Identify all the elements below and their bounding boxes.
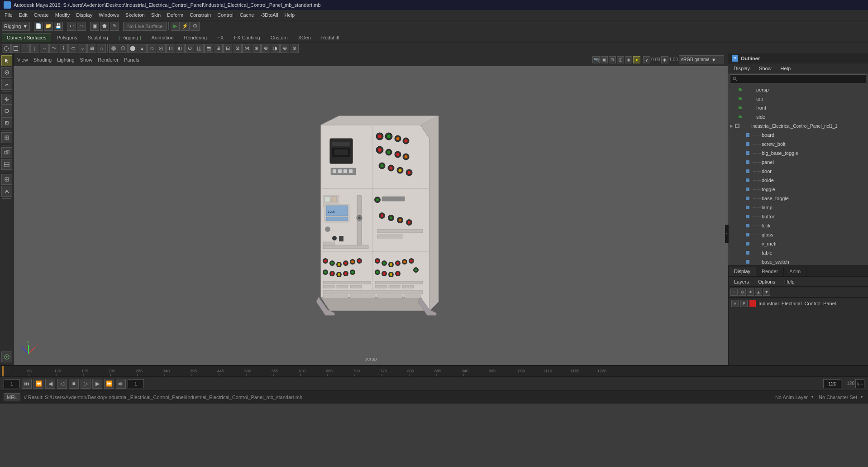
viewport-menu-lighting[interactable]: Lighting xyxy=(57,57,75,63)
new-scene-btn[interactable]: 📄 xyxy=(34,22,43,31)
render-btn[interactable]: ▶ xyxy=(171,22,180,31)
right-panel-collapse[interactable]: ‹ xyxy=(725,225,729,243)
select-mode-btn[interactable] xyxy=(1,55,12,66)
layer-item-main[interactable]: V P Industrial_Electrical_Control_Panel xyxy=(730,298,868,308)
options-menu[interactable]: Options xyxy=(755,278,778,285)
end-frame-input[interactable] xyxy=(823,379,841,388)
layer-color-swatch[interactable] xyxy=(749,300,756,307)
tree-item-lamp[interactable]: lamp xyxy=(728,203,868,212)
outliner-show-menu[interactable]: Show xyxy=(756,65,774,72)
current-frame-input[interactable] xyxy=(128,379,144,388)
surf-tool5-btn[interactable]: ⬒ xyxy=(204,44,213,53)
language-selector[interactable]: MEL xyxy=(4,393,20,401)
menu-edit[interactable]: Edit xyxy=(16,11,30,19)
surf-tool10-btn[interactable]: ⊕ xyxy=(252,44,261,53)
menu-cache[interactable]: Cache xyxy=(237,11,257,19)
tab-redshift[interactable]: Redshift xyxy=(316,33,344,42)
curve-square-btn[interactable] xyxy=(11,44,20,53)
layer-new-btn[interactable]: + xyxy=(730,289,738,296)
vp-sel-btn[interactable]: ▣ xyxy=(601,56,608,63)
tree-item-persp[interactable]: persp xyxy=(728,85,868,94)
lasso-btn[interactable]: ⬟ xyxy=(100,22,109,31)
tree-item-top[interactable]: top xyxy=(728,94,868,103)
menu-skeleton[interactable]: Skeleton xyxy=(123,11,148,19)
curve-tool8-btn[interactable]: ⋒ xyxy=(87,44,96,53)
layer-pickable-toggle[interactable]: P xyxy=(740,300,748,307)
layer-help-menu[interactable]: Help xyxy=(782,278,797,285)
vp-shaded-tex-btn[interactable]: ● xyxy=(633,56,640,63)
surf-tool4-btn[interactable]: ◫ xyxy=(195,44,204,53)
scale-tool-btn[interactable] xyxy=(1,117,12,128)
curve-tool2-btn[interactable]: ∫ xyxy=(30,44,39,53)
tab-rigging[interactable]: [ Rigging ] xyxy=(114,33,146,42)
tree-item-lock[interactable]: lock xyxy=(728,221,868,230)
play-back-btn[interactable]: ◁ xyxy=(57,379,67,389)
outliner-display-menu[interactable]: Display xyxy=(731,65,753,72)
layer-up-btn[interactable]: ▲ xyxy=(755,289,762,296)
surf-cube-btn[interactable]: ⬡ xyxy=(119,44,128,53)
view-cube-2[interactable] xyxy=(1,159,12,170)
surf-tool7-btn[interactable]: ⊟ xyxy=(223,44,232,53)
tree-item-panel[interactable]: panel xyxy=(728,158,868,167)
viewport-menu-panels[interactable]: Panels xyxy=(124,57,139,63)
tree-item-table[interactable]: table xyxy=(728,248,868,257)
stop-btn[interactable]: ■ xyxy=(69,379,79,389)
layer-show-btn[interactable]: 👁 xyxy=(747,289,754,296)
curve-circle-btn[interactable] xyxy=(2,44,11,53)
undo-btn[interactable]: ↩ xyxy=(67,22,76,31)
view-cube-1[interactable] xyxy=(1,147,12,158)
curve-tool5-btn[interactable]: ⌇ xyxy=(59,44,68,53)
surf-tool11-btn[interactable]: ⊗ xyxy=(261,44,270,53)
paint-sel-btn[interactable]: ✎ xyxy=(110,22,119,31)
go-to-start-btn[interactable]: ⏮ xyxy=(22,379,32,389)
sculpt-tool-btn[interactable] xyxy=(1,79,12,90)
prev-key-btn[interactable]: ⏪ xyxy=(33,379,43,389)
surf-plane-btn[interactable]: ◇ xyxy=(147,44,156,53)
tab-curves-surfaces[interactable]: Curves / Surfaces xyxy=(2,33,51,42)
start-frame-input[interactable]: 1 xyxy=(4,379,20,388)
surf-tool1-btn[interactable]: ⊓ xyxy=(166,44,175,53)
layer-visibility-toggle[interactable]: V xyxy=(731,300,739,307)
viewport-canvas[interactable]: X Z Y xyxy=(14,66,728,365)
curve-tool3-btn[interactable]: ⌣ xyxy=(40,44,49,53)
tree-item-glass[interactable]: glass xyxy=(728,230,868,239)
viewport-menu-view[interactable]: View xyxy=(17,57,28,63)
tab-xgen[interactable]: XGen xyxy=(293,33,316,42)
rotate-tool-btn[interactable] xyxy=(1,106,12,116)
channel-tab-display[interactable]: Display xyxy=(729,267,756,276)
menu-help[interactable]: Help xyxy=(282,11,298,19)
tree-item-side[interactable]: side xyxy=(728,112,868,121)
tree-item-base-toggle[interactable]: base_toggle xyxy=(728,194,868,203)
menu-create[interactable]: Create xyxy=(31,11,52,19)
tree-item-board[interactable]: board xyxy=(728,130,868,140)
redo-btn[interactable]: ↪ xyxy=(77,22,86,31)
tree-item-big-base-toggle[interactable]: big_base_toggle xyxy=(728,149,868,158)
tree-item-button[interactable]: button xyxy=(728,212,868,221)
expand-icon-root[interactable]: ▶ xyxy=(730,124,733,128)
outliner-help-menu[interactable]: Help xyxy=(778,65,794,72)
curve-tool7-btn[interactable]: ⌵ xyxy=(78,44,87,53)
tree-item-base-switch[interactable]: base_switch xyxy=(728,257,868,265)
viewport[interactable]: View Shading Lighting Show Renderer Pane… xyxy=(14,53,728,365)
tree-item-root-group[interactable]: ▶ Industrial_Electrical_Control_Panel_nc… xyxy=(728,121,868,130)
viewport-menu-renderer[interactable]: Renderer xyxy=(98,57,119,63)
surf-tool6-btn[interactable]: ⊞ xyxy=(214,44,223,53)
curve-tool4-btn[interactable]: 〜 xyxy=(49,44,58,53)
tree-item-screw-bolt[interactable]: screw_bolt xyxy=(728,140,868,149)
char-set-dropdown[interactable]: ▼ xyxy=(859,395,864,400)
tab-fx[interactable]: FX xyxy=(212,33,229,42)
surf-cone-btn[interactable]: ▲ xyxy=(138,44,147,53)
curve-tool9-btn[interactable]: ⌂ xyxy=(97,44,106,53)
surf-tool13-btn[interactable]: ⊚ xyxy=(280,44,289,53)
color-space-dropdown[interactable]: sRGB gamma ▼ xyxy=(679,55,724,64)
go-to-end-btn[interactable]: ⏭ xyxy=(116,379,126,389)
curve-tool6-btn[interactable]: ⊂ xyxy=(68,44,77,53)
tab-sculpting[interactable]: Sculpting xyxy=(83,33,113,42)
menu-display[interactable]: Display xyxy=(73,11,95,19)
vp-cam-btn[interactable]: 📷 xyxy=(592,56,600,63)
open-scene-btn[interactable]: 📁 xyxy=(44,22,53,31)
fps-input[interactable]: fps xyxy=(855,379,864,388)
anim-layer-dropdown[interactable]: ▼ xyxy=(810,395,815,400)
surf-tool14-btn[interactable]: ⊛ xyxy=(290,44,299,53)
surf-tool2-btn[interactable]: ◐ xyxy=(176,44,185,53)
